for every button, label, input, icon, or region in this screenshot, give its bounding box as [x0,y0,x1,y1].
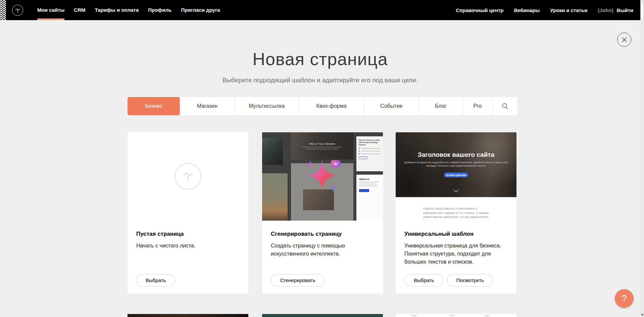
about-title: About us [359,178,380,180]
card-buttons: Выбрать Посмотреть [404,274,493,286]
page-subtitle: Выберите подходящий шаблон и адаптируйте… [0,77,640,84]
bullet-row [359,148,381,149]
text-placeholder-bar [359,184,377,184]
hero-title: Заголовок вашего сайта [396,151,516,158]
nav-item-lessons[interactable]: Уроки и статьи [550,7,587,13]
scrollbar-thumb[interactable] [641,2,644,19]
nav-item-label: Мои сайты [37,7,64,13]
text-placeholder-bar [359,186,378,186]
card-title: Сгенерировать страницу [271,231,374,237]
preview-button[interactable]: Посмотреть [447,274,493,286]
user-name: (John) [598,7,613,13]
generate-button[interactable]: Сгенерировать [271,274,325,286]
next-row-card-preview [262,314,383,317]
tab-search[interactable] [493,97,517,115]
template-hero: Заголовок вашего сайта Добавьте интересн… [396,132,516,197]
template-card-universal[interactable]: Заголовок вашего сайта Добавьте интересн… [396,132,516,293]
card-title: Пустая страница [136,231,240,237]
text-placeholder-bar [485,315,490,316]
nav-item-webinars[interactable]: Вебинары [514,7,540,13]
collage-photo [303,189,334,210]
card-body: Сгенерировать страницу Создать страницу … [262,221,383,293]
tab-blog[interactable]: Блог [419,97,463,115]
close-button[interactable] [617,33,631,47]
page-title: Новая страница [0,49,640,69]
main-menu: Мои сайты CRM Тарифы и оплата Профиль Пр… [37,0,220,20]
template-card-blank[interactable]: Пустая страница Начать с чистого листа. … [128,132,248,293]
collage-card-title: Get your house in order with a smart cle… [359,139,381,146]
blank-card-preview [128,132,248,221]
collage-about-card: About us [356,175,383,221]
hero-cta-button: Целевое действие [444,173,468,177]
collage-photo-tile [262,138,283,165]
card-body: Универсальный шаблон Универсальная стран… [396,221,516,293]
text-placeholder-bar [449,315,454,316]
website-collage: Title of Your Website Get your house in … [262,132,383,221]
next-row-card-preview [396,314,516,317]
nav-item-crm[interactable]: CRM [74,0,85,20]
card-buttons: Выбрать [136,274,175,286]
text-placeholder-bar [302,147,342,147]
mini-button-placeholder [359,156,367,159]
tab-shop[interactable]: Магазин [180,97,235,115]
ai-card-preview: Title of Your Website Get your house in … [262,132,383,221]
close-icon [622,37,627,43]
nav-item-my-sites[interactable]: Мои сайты [37,0,64,20]
tab-business[interactable]: Бизнес [128,97,180,115]
collage-hero-tile: Title of Your Website [291,132,353,160]
ai-badge: AI [331,160,340,167]
template-body-text: Коротко представьтесь и расскажите о ком… [423,207,489,221]
nav-item-invite-friend[interactable]: Пригласи друга [181,0,220,20]
card-description: Универсальная страница для бизнеса. Поня… [404,242,508,266]
tilda-logo-icon [14,7,21,14]
next-row-card-preview [128,314,248,317]
collage-text-card: Get your house in order with a smart cle… [356,136,383,171]
hero-subtitle: Добавьте интересные подробности о вашей … [404,161,508,168]
template-card-ai-generate[interactable]: Title of Your Website Get your house in … [262,132,383,293]
text-placeholder-bar [359,182,379,182]
bullet-row [359,153,381,154]
collage-hero-title: Title of Your Website [291,142,353,145]
collage-photo-tile [262,173,288,221]
card-description: Начать с чистого листа. [136,242,237,250]
tilda-logo[interactable] [12,5,23,16]
nav-item-pricing[interactable]: Тарифы и оплата [95,0,139,20]
bullet-row [359,150,381,151]
ai-sparkle-small-icon [329,183,338,192]
template-body-section: Коротко представьтесь и расскажите о ком… [396,197,516,221]
card-buttons: Сгенерировать [271,274,325,286]
ai-sparkle-small-icon [306,160,315,169]
help-question-icon: ? [622,293,627,304]
secondary-menu: Справочный центр Вебинары Уроки и статьи… [456,7,644,13]
card-title: Универсальный шаблон [404,231,508,237]
logout-link[interactable]: Выйти [617,7,633,13]
new-page-dialog: Мои сайты CRM Тарифы и оплата Профиль Пр… [0,0,644,317]
select-button[interactable]: Выбрать [404,274,443,286]
mini-button-placeholder [359,189,369,192]
tab-pro[interactable]: Pro [463,97,493,115]
universal-card-preview: Заголовок вашего сайта Добавьте интересн… [396,132,516,221]
tab-quiz-form[interactable]: Квиз-форма [299,97,364,115]
text-placeholder-bar [306,149,338,149]
nav-item-help-center[interactable]: Справочный центр [456,7,503,13]
top-navbar: Мои сайты CRM Тарифы и оплата Профиль Пр… [0,0,644,20]
tab-multilink[interactable]: Мультиссылка [235,97,299,115]
help-button[interactable]: ? [615,289,634,308]
tilda-watermark-icon [175,163,201,190]
tab-event[interactable]: Событие [364,97,419,115]
active-tab-underline [37,18,64,20]
select-button[interactable]: Выбрать [136,274,175,286]
nav-item-profile[interactable]: Профиль [148,0,171,20]
zigzag-decoration [0,0,6,20]
template-category-tabs: Бизнес Магазин Мультиссылка Квиз-форма С… [128,97,517,115]
scrollbar[interactable] [640,0,644,317]
chevron-down-icon [453,189,459,192]
card-description: Создать страницу с помощью искусственног… [271,242,361,258]
card-body: Пустая страница Начать с чистого листа. … [128,221,248,293]
scrollbar-down-arrow[interactable] [641,314,644,316]
user-logout[interactable]: (John) Выйти [598,7,633,13]
search-icon [502,103,508,109]
text-placeholder-bar [412,315,416,316]
